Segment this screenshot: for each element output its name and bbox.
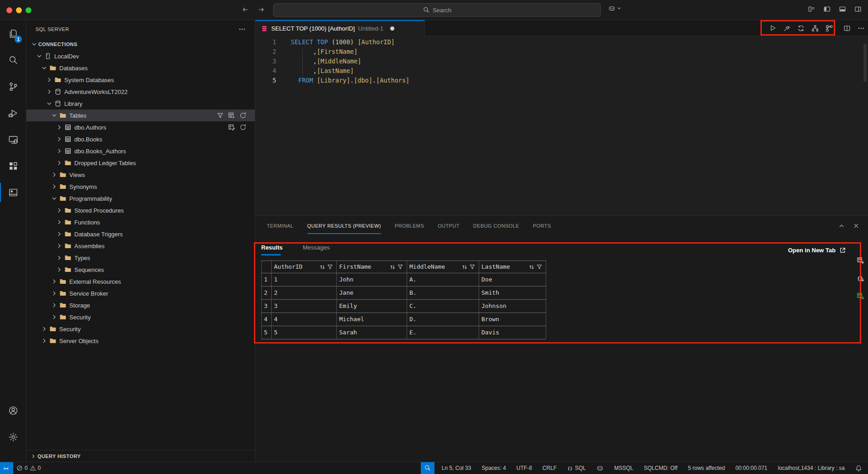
filter-icon[interactable] <box>397 264 403 270</box>
editor-tab[interactable]: SELECT TOP (1000) [AuthorID] Untitled-1 <box>255 20 425 36</box>
grid-cell[interactable]: Jane <box>337 286 407 300</box>
code-line[interactable]: 5 FROM [Library].[dbo].[Authors] <box>255 76 868 85</box>
activity-item-remote-explorer[interactable] <box>0 128 26 151</box>
open-in-new-tab-button[interactable]: Open in New Tab <box>788 247 847 254</box>
tree-item-storage[interactable]: Storage <box>26 299 255 311</box>
status-zoom-indicator[interactable] <box>421 462 434 474</box>
sort-icon[interactable] <box>319 264 326 271</box>
toggle-panel-icon[interactable] <box>839 5 846 13</box>
copilot-menu-button[interactable] <box>608 5 622 12</box>
panel-tab-query-results-preview-[interactable]: QUERY RESULTS (PREVIEW) <box>307 216 381 236</box>
navigate-forward-icon[interactable] <box>258 6 265 13</box>
status-connection[interactable]: localhost,1434 : Library : sa <box>775 462 848 474</box>
status-sqlcmd-mode[interactable]: SQLCMD: Off <box>641 462 681 474</box>
grid-cell[interactable]: Brown <box>479 313 546 326</box>
grid-cell[interactable]: 4 <box>272 313 337 326</box>
grid-cell[interactable]: 1 <box>272 273 337 286</box>
sidebar-more-actions-icon[interactable] <box>238 26 246 33</box>
status-remote-indicator[interactable]: >< <box>0 462 13 474</box>
status-problems[interactable]: 00 <box>13 462 44 474</box>
activity-item-settings[interactable] <box>0 425 26 449</box>
code-line[interactable]: 4 ,[LastName] <box>255 66 868 76</box>
panel-tab-debug-console[interactable]: DEBUG CONSOLE <box>473 216 519 236</box>
row-number-cell[interactable]: 4 <box>261 313 272 326</box>
code-line[interactable]: 2 ,[FirstName] <box>255 47 868 57</box>
tree-item-system-databases[interactable]: System Databases <box>26 74 255 86</box>
status-notifications[interactable] <box>852 462 865 474</box>
row-number-cell[interactable]: 2 <box>261 286 272 300</box>
tree-item-security[interactable]: Security <box>26 311 255 323</box>
status-elapsed-time[interactable]: 00:00:00.071 <box>732 462 770 474</box>
command-center-search[interactable]: Search <box>273 3 601 17</box>
tree-item-service-broker[interactable]: Service Broker <box>26 287 255 299</box>
unsaved-changes-dot[interactable] <box>390 26 394 31</box>
toolbar-run-query-button[interactable] <box>765 24 780 32</box>
grid-header-lastname[interactable]: LastName <box>479 260 546 273</box>
status-cursor-position[interactable]: Ln 5, Col 33 <box>439 462 475 474</box>
customize-layout-icon[interactable] <box>808 5 815 13</box>
close-window-button[interactable] <box>6 7 12 13</box>
grid-header-authorid[interactable]: AuthorID <box>272 260 337 273</box>
grid-corner-cell[interactable] <box>261 260 272 273</box>
tree-item-stored-procedures[interactable]: Stored Procedures <box>26 204 255 216</box>
tree-item-assemblies[interactable]: Assemblies <box>26 240 255 252</box>
grid-cell[interactable]: Doe <box>479 273 546 286</box>
grid-cell[interactable]: Michael <box>337 313 407 326</box>
filter-icon[interactable] <box>327 264 333 270</box>
edit-data-icon[interactable] <box>228 124 235 131</box>
tree-section-connections[interactable]: CONNECTIONS <box>26 38 255 50</box>
tree-item-dbo-books[interactable]: dbo.Books <box>26 133 255 145</box>
activity-item-source-control[interactable] <box>0 75 26 99</box>
panel-tab-terminal[interactable]: TERMINAL <box>267 216 294 236</box>
toggle-sidebar-icon[interactable] <box>823 5 831 13</box>
grid-cell[interactable]: D. <box>407 313 479 326</box>
save-as-json-icon[interactable]: {} <box>857 275 864 282</box>
panel-tab-problems[interactable]: PROBLEMS <box>395 216 424 236</box>
tree-item-dbo-books-authors[interactable]: dbo.Books_Authors <box>26 145 255 157</box>
activity-item-explorer[interactable]: 1 <box>0 22 26 46</box>
save-as-excel-icon[interactable] <box>857 292 864 300</box>
grid-cell[interactable]: C. <box>407 300 479 313</box>
sort-icon[interactable] <box>389 264 396 271</box>
grid-header-firstname[interactable]: FirstName <box>337 260 407 273</box>
tree-item-synonyms[interactable]: Synonyms <box>26 181 255 193</box>
row-number-cell[interactable]: 1 <box>261 273 272 286</box>
tree-item-tables[interactable]: Tables <box>26 109 255 121</box>
results-tab-results[interactable]: Results <box>261 244 283 255</box>
tree-item-programmability[interactable]: Programmability <box>26 193 255 204</box>
grid-cell[interactable]: John <box>337 273 407 286</box>
query-history-section[interactable]: QUERY HISTORY <box>26 450 255 462</box>
status-rows-affected[interactable]: 5 rows affected <box>685 462 728 474</box>
grid-cell[interactable]: 2 <box>272 286 337 300</box>
grid-cell[interactable]: Smith <box>479 286 546 300</box>
grid-cell[interactable]: Sarah <box>337 326 407 339</box>
code-line[interactable]: 1SELECT TOP (1000) [AuthorID] <box>255 37 868 47</box>
activity-item-run-debug[interactable] <box>0 101 26 125</box>
tree-item-dbo-authors[interactable]: dbo.Authors <box>26 121 255 133</box>
status-eol[interactable]: CRLF <box>539 462 560 474</box>
tree-item-external-resources[interactable]: External Resources <box>26 276 255 287</box>
filter-icon[interactable] <box>217 112 224 119</box>
code-line[interactable]: 3 ,[MiddleName] <box>255 57 868 66</box>
tree-item-server-objects[interactable]: Server Objects <box>26 335 255 347</box>
panel-tab-output[interactable]: OUTPUT <box>438 216 460 236</box>
activity-item-accounts[interactable] <box>0 399 26 422</box>
grid-cell[interactable]: B. <box>407 286 479 300</box>
grid-cell[interactable]: Davis <box>479 326 546 339</box>
tree-item-databases[interactable]: Databases <box>26 62 255 74</box>
tree-item-types[interactable]: Types <box>26 252 255 264</box>
editor-scrollbar[interactable] <box>863 44 867 82</box>
toolbar-estimated-plan-button[interactable] <box>808 25 822 32</box>
navigate-back-icon[interactable] <box>242 6 249 13</box>
grid-cell[interactable]: 3 <box>272 300 337 313</box>
filter-icon[interactable] <box>469 264 475 270</box>
tree-item-library[interactable]: Library <box>26 98 255 109</box>
status-mssql-provider[interactable]: MSSQL <box>611 462 636 474</box>
toolbar-split-editor-button[interactable] <box>840 25 854 32</box>
close-panel-icon[interactable] <box>852 222 860 229</box>
status-language-mode[interactable]: {}SQL <box>564 462 589 474</box>
status-copilot-status[interactable] <box>593 462 607 474</box>
maximize-panel-icon[interactable] <box>838 222 845 229</box>
activity-item-search[interactable] <box>0 48 26 72</box>
toolbar-change-connection-button[interactable] <box>794 25 808 32</box>
